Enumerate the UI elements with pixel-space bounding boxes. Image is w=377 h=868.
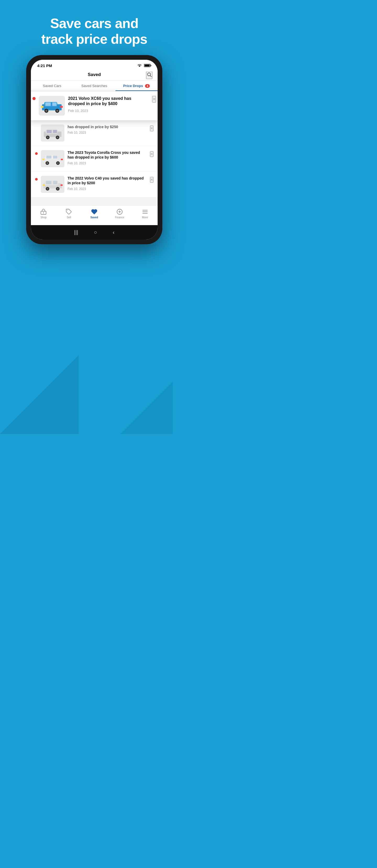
item-date-1: Feb 10, 2023 bbox=[68, 131, 147, 134]
price-drops-badge: 4 bbox=[145, 84, 150, 88]
battery-icon bbox=[144, 64, 151, 67]
nav-label-more: More bbox=[142, 216, 148, 219]
svg-rect-26 bbox=[53, 156, 58, 159]
svg-rect-36 bbox=[53, 181, 58, 184]
car-image-c40 bbox=[41, 176, 64, 192]
item-title-1: has dropped in price by $250 bbox=[68, 124, 147, 129]
svg-rect-13 bbox=[41, 106, 43, 108]
svg-rect-18 bbox=[53, 130, 57, 133]
item-content-1: has dropped in price by $250 Feb 10, 202… bbox=[68, 124, 147, 135]
svg-rect-1 bbox=[150, 65, 151, 66]
item-dot-2 bbox=[35, 152, 38, 155]
notification-content: 2021 Volvo XC60 you saved has dropped in… bbox=[68, 96, 149, 113]
android-back-button[interactable]: ‹ bbox=[113, 229, 115, 235]
android-menu-button[interactable]: ||| bbox=[74, 229, 78, 235]
nav-label-saved: Saved bbox=[90, 216, 98, 219]
tab-saved-searches[interactable]: Saved Searches bbox=[73, 81, 115, 91]
nav-label-finance: Finance bbox=[115, 216, 124, 219]
tabs-bar: Saved Cars Saved Searches Price Drops 4 bbox=[31, 81, 158, 91]
list-spacer bbox=[31, 197, 158, 205]
price-drop-item-3: The 2022 Volvo C40 you saved has dropped… bbox=[31, 172, 158, 197]
svg-line-4 bbox=[150, 75, 151, 77]
deco-triangle-1 bbox=[0, 355, 78, 434]
shop-icon bbox=[40, 209, 46, 215]
item-car-image-3 bbox=[41, 176, 64, 193]
notification-close-button[interactable]: × bbox=[152, 96, 156, 102]
phone-mockup: 4:21 PM Saved bbox=[26, 55, 162, 244]
svg-rect-25 bbox=[46, 156, 52, 159]
status-time: 4:21 PM bbox=[37, 63, 52, 68]
nav-label-sell: Sell bbox=[67, 216, 71, 219]
notification-dot bbox=[32, 97, 36, 100]
item-dot-3 bbox=[35, 178, 38, 181]
svg-point-30 bbox=[57, 162, 59, 164]
item-close-button-1[interactable]: × bbox=[150, 126, 153, 131]
wifi-icon bbox=[137, 64, 142, 67]
svg-rect-8 bbox=[53, 102, 57, 106]
content-area: 2021 Volvo XC60 you saved has dropped in… bbox=[31, 91, 158, 225]
bottom-nav: Shop Sell Sav bbox=[31, 205, 158, 225]
nav-item-finance[interactable]: Finance bbox=[107, 208, 132, 220]
item-car-image-1 bbox=[41, 124, 64, 142]
item-close-button-3[interactable]: × bbox=[150, 177, 153, 183]
svg-rect-41 bbox=[43, 185, 45, 186]
status-bar: 4:21 PM bbox=[31, 60, 158, 70]
phone-outer: 4:21 PM Saved bbox=[26, 55, 162, 244]
svg-rect-17 bbox=[47, 130, 52, 133]
item-car-image-2 bbox=[41, 150, 64, 167]
svg-point-22 bbox=[57, 136, 59, 138]
notification-title: 2021 Volvo XC60 you saved has dropped in… bbox=[68, 96, 149, 107]
nav-item-shop[interactable]: Shop bbox=[31, 208, 56, 220]
svg-rect-14 bbox=[60, 106, 63, 108]
app-title: Saved bbox=[88, 72, 101, 77]
phone-screen: 4:21 PM Saved bbox=[31, 60, 158, 240]
deco-triangle-2 bbox=[121, 381, 173, 434]
tab-price-drops[interactable]: Price Drops 4 bbox=[115, 81, 158, 91]
android-nav-bar: ||| ○ ‹ bbox=[31, 225, 158, 240]
svg-point-40 bbox=[57, 188, 59, 190]
svg-point-28 bbox=[46, 162, 48, 164]
item-content-3: The 2022 Volvo C40 you saved has dropped… bbox=[68, 176, 147, 191]
car-image-volvo-xc60 bbox=[39, 97, 65, 114]
svg-point-38 bbox=[46, 188, 49, 190]
item-date-2: Feb 10, 2023 bbox=[68, 161, 147, 165]
app-header: Saved bbox=[31, 70, 158, 81]
car-image-corolla bbox=[41, 151, 64, 166]
saved-icon bbox=[91, 209, 97, 215]
nav-item-saved[interactable]: Saved bbox=[82, 208, 107, 220]
nav-item-more[interactable]: More bbox=[132, 208, 158, 220]
item-date-3: Feb 10, 2023 bbox=[68, 187, 147, 191]
item-title-2: The 2023 Toyota Corolla Cross you saved … bbox=[68, 150, 147, 160]
svg-point-20 bbox=[47, 136, 49, 138]
search-button[interactable] bbox=[146, 71, 152, 79]
svg-rect-2 bbox=[144, 65, 150, 67]
nav-item-sell[interactable]: Sell bbox=[56, 208, 82, 220]
android-home-button[interactable]: ○ bbox=[94, 229, 97, 235]
status-icons bbox=[137, 64, 151, 67]
tab-saved-cars[interactable]: Saved Cars bbox=[31, 81, 73, 91]
svg-rect-42 bbox=[61, 185, 63, 186]
svg-rect-35 bbox=[46, 181, 52, 184]
item-title-3: The 2022 Volvo C40 you saved has dropped… bbox=[68, 176, 147, 186]
notification-date: Feb 10, 2023 bbox=[68, 109, 149, 113]
svg-rect-31 bbox=[42, 159, 44, 160]
svg-point-12 bbox=[56, 110, 58, 112]
hero-text: Save cars and track price drops bbox=[0, 0, 188, 55]
nav-label-shop: Shop bbox=[41, 216, 46, 219]
sell-icon bbox=[66, 209, 72, 215]
svg-rect-7 bbox=[45, 102, 51, 106]
price-drop-item-1: has dropped in price by $250 Feb 10, 202… bbox=[31, 120, 158, 146]
notification-card: 2021 Volvo XC60 you saved has dropped in… bbox=[31, 91, 158, 120]
car-image-item1 bbox=[41, 125, 64, 141]
svg-point-10 bbox=[45, 110, 47, 112]
price-drops-list: has dropped in price by $250 Feb 10, 202… bbox=[31, 120, 158, 205]
price-drop-item-2: The 2023 Toyota Corolla Cross you saved … bbox=[31, 146, 158, 172]
notification-car-image bbox=[39, 96, 65, 116]
item-content-2: The 2023 Toyota Corolla Cross you saved … bbox=[68, 150, 147, 165]
more-icon bbox=[142, 209, 148, 215]
finance-icon bbox=[116, 209, 123, 215]
item-close-button-2[interactable]: × bbox=[150, 151, 153, 157]
svg-rect-32 bbox=[61, 159, 63, 160]
